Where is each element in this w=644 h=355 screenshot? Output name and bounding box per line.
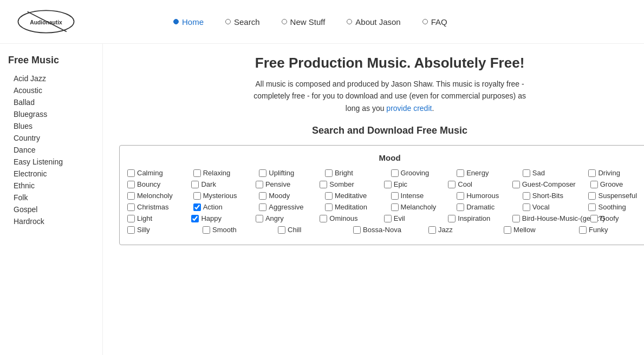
sidebar-link-ballad[interactable]: Ballad bbox=[8, 96, 94, 108]
mood-label[interactable]: Silly bbox=[137, 226, 150, 234]
mood-label[interactable]: Dramatic bbox=[466, 203, 495, 211]
mood-checkbox-energy[interactable] bbox=[457, 169, 464, 177]
mood-checkbox-aggressive[interactable] bbox=[259, 203, 266, 211]
sidebar-link-blues[interactable]: Blues bbox=[8, 120, 94, 132]
mood-checkbox-groove[interactable] bbox=[590, 181, 598, 188]
mood-label[interactable]: Action bbox=[203, 203, 223, 211]
mood-label[interactable]: Guest-Composer bbox=[522, 180, 576, 188]
sidebar-link-bluegrass[interactable]: Bluegrass bbox=[8, 108, 94, 120]
mood-label[interactable]: Grooving bbox=[401, 169, 430, 177]
mood-label[interactable]: Soothing bbox=[598, 203, 626, 211]
mood-label[interactable]: Intense bbox=[401, 192, 424, 200]
mood-label[interactable]: Inspiration bbox=[458, 214, 490, 222]
mood-checkbox-humorous[interactable] bbox=[457, 192, 464, 200]
nav-item-home[interactable]: Home bbox=[173, 17, 204, 27]
mood-label[interactable]: Pensive bbox=[265, 180, 290, 188]
mood-label[interactable]: Bossa-Nova bbox=[363, 226, 401, 234]
mood-checkbox-silly[interactable] bbox=[127, 226, 135, 234]
mood-checkbox-relaxing[interactable] bbox=[193, 169, 201, 177]
mood-checkbox-uplifting[interactable] bbox=[259, 169, 266, 177]
mood-label[interactable]: Humorous bbox=[466, 192, 499, 200]
sidebar-link-hardrock[interactable]: Hardrock bbox=[8, 215, 94, 227]
mood-label[interactable]: Happy bbox=[201, 214, 222, 222]
mood-label[interactable]: Aggressive bbox=[269, 203, 303, 211]
mood-label[interactable]: Christmas bbox=[137, 203, 169, 211]
logo[interactable]: Audionautix bbox=[16, 5, 76, 38]
mood-label[interactable]: Sad bbox=[532, 169, 545, 177]
nav-item-faq[interactable]: FAQ bbox=[422, 17, 447, 27]
mood-label[interactable]: Chill bbox=[288, 226, 301, 234]
mood-checkbox-mysterious[interactable] bbox=[193, 192, 201, 200]
mood-checkbox-grooving[interactable] bbox=[391, 169, 399, 177]
mood-checkbox-action[interactable] bbox=[193, 203, 201, 211]
mood-checkbox-short-bits[interactable] bbox=[523, 192, 530, 200]
sidebar-link-easy-listening[interactable]: Easy Listening bbox=[8, 156, 94, 168]
mood-label[interactable]: Suspenseful bbox=[598, 192, 637, 200]
mood-label[interactable]: Ominous bbox=[329, 214, 357, 222]
mood-checkbox-pensive[interactable] bbox=[256, 181, 263, 188]
mood-checkbox-moody[interactable] bbox=[259, 192, 266, 200]
mood-checkbox-intense[interactable] bbox=[391, 192, 399, 200]
mood-label[interactable]: Cool bbox=[458, 180, 472, 188]
sidebar-link-acoustic[interactable]: Acoustic bbox=[8, 84, 94, 96]
mood-label[interactable]: Smooth bbox=[212, 226, 237, 234]
mood-label[interactable]: Moody bbox=[269, 192, 290, 200]
sidebar-link-acid-jazz[interactable]: Acid Jazz bbox=[8, 73, 94, 84]
mood-label[interactable]: Meditative bbox=[335, 192, 367, 200]
mood-checkbox-evil[interactable] bbox=[384, 215, 392, 222]
mood-checkbox-somber[interactable] bbox=[320, 181, 327, 188]
mood-label[interactable]: Mellow bbox=[513, 226, 535, 234]
mood-checkbox-funky[interactable] bbox=[579, 226, 587, 234]
mood-label[interactable]: Driving bbox=[598, 169, 620, 177]
nav-item-search[interactable]: Search bbox=[225, 17, 260, 27]
mood-checkbox-dramatic[interactable] bbox=[457, 203, 464, 211]
mood-checkbox-mellow[interactable] bbox=[504, 226, 511, 234]
nav-item-about-jason[interactable]: About Jason bbox=[347, 17, 400, 27]
logo-area[interactable]: Audionautix bbox=[16, 5, 76, 38]
mood-checkbox-epic[interactable] bbox=[384, 181, 392, 188]
mood-checkbox-melancholy[interactable] bbox=[391, 203, 399, 211]
mood-label[interactable]: Groove bbox=[600, 180, 623, 188]
mood-checkbox-chill[interactable] bbox=[278, 226, 285, 234]
mood-checkbox-meloncholy[interactable] bbox=[127, 192, 135, 200]
mood-checkbox-meditative[interactable] bbox=[325, 192, 333, 200]
mood-label[interactable]: Calming bbox=[137, 169, 163, 177]
mood-label[interactable]: Bright bbox=[335, 169, 353, 177]
mood-label[interactable]: Somber bbox=[329, 180, 354, 188]
mood-label[interactable]: Epic bbox=[394, 180, 407, 188]
mood-checkbox-jazz[interactable] bbox=[428, 226, 436, 234]
mood-label[interactable]: Bouncy bbox=[137, 180, 160, 188]
mood-label[interactable]: Angry bbox=[265, 214, 284, 222]
nav-item-new-stuff[interactable]: New Stuff bbox=[282, 17, 326, 27]
mood-checkbox-vocal[interactable] bbox=[523, 203, 530, 211]
mood-checkbox-angry[interactable] bbox=[256, 215, 263, 222]
provide-credit-link[interactable]: provide credit bbox=[386, 104, 432, 113]
mood-label[interactable]: Light bbox=[137, 214, 152, 222]
mood-label[interactable]: Relaxing bbox=[203, 169, 231, 177]
mood-checkbox-inspiration[interactable] bbox=[448, 215, 456, 222]
mood-label[interactable]: Vocal bbox=[532, 203, 550, 211]
mood-checkbox-meditation[interactable] bbox=[325, 203, 333, 211]
mood-checkbox-driving[interactable] bbox=[588, 169, 596, 177]
mood-checkbox-happy[interactable] bbox=[191, 215, 199, 222]
mood-label[interactable]: Melancholy bbox=[401, 203, 437, 211]
mood-label[interactable]: Short-Bits bbox=[532, 192, 563, 200]
sidebar-link-gospel[interactable]: Gospel bbox=[8, 203, 94, 215]
mood-label[interactable]: Mysterious bbox=[203, 192, 237, 200]
mood-checkbox-ominous[interactable] bbox=[320, 215, 327, 222]
mood-checkbox-smooth[interactable] bbox=[203, 226, 210, 234]
mood-label[interactable]: Uplifting bbox=[269, 169, 294, 177]
mood-checkbox-christmas[interactable] bbox=[127, 203, 135, 211]
mood-checkbox-goofy[interactable] bbox=[590, 215, 598, 222]
mood-checkbox-suspenseful[interactable] bbox=[588, 192, 596, 200]
mood-checkbox-sad[interactable] bbox=[523, 169, 530, 177]
sidebar-link-folk[interactable]: Folk bbox=[8, 192, 94, 203]
mood-label[interactable]: Meloncholy bbox=[137, 192, 173, 200]
mood-label[interactable]: Jazz bbox=[438, 226, 453, 234]
mood-checkbox-soothing[interactable] bbox=[588, 203, 596, 211]
sidebar-link-ethnic[interactable]: Ethnic bbox=[8, 180, 94, 192]
mood-checkbox-light[interactable] bbox=[127, 215, 135, 222]
mood-label[interactable]: Meditation bbox=[335, 203, 367, 211]
mood-checkbox-calming[interactable] bbox=[127, 169, 135, 177]
mood-checkbox-dark[interactable] bbox=[191, 181, 199, 188]
